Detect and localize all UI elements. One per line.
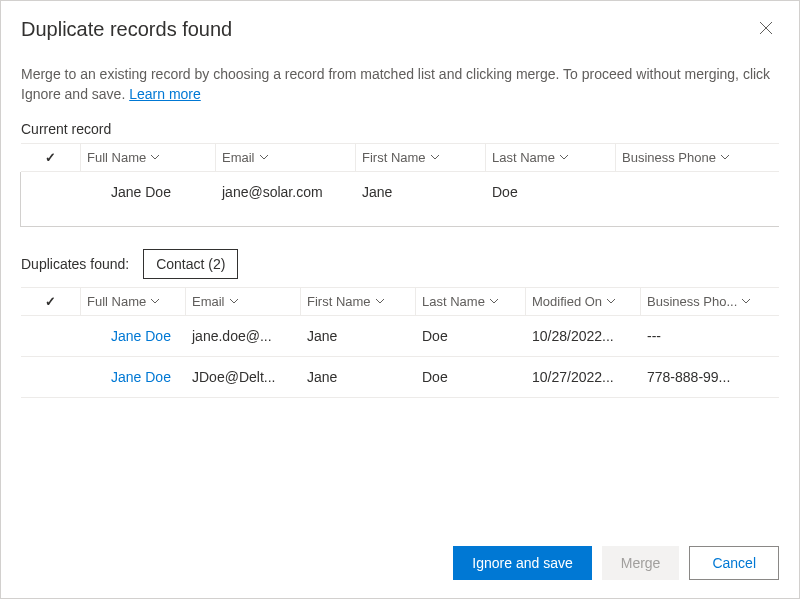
close-icon xyxy=(759,23,773,38)
duplicates-table: ✓ Full Name Email First Name Last Name xyxy=(21,287,779,398)
col-business-phone[interactable]: Business Phone xyxy=(616,144,766,171)
col-first-name-label: First Name xyxy=(362,150,426,165)
dialog-body: Merge to an existing record by choosing … xyxy=(1,50,799,528)
duplicate-row[interactable]: Jane Doe jane.doe@... Jane Doe 10/28/202… xyxy=(21,316,779,357)
dcol-first-name[interactable]: First Name xyxy=(301,288,416,315)
contact-count-chip[interactable]: Contact (2) xyxy=(143,249,238,279)
col-last-name-label: Last Name xyxy=(492,150,555,165)
col-business-phone-label: Business Phone xyxy=(622,150,716,165)
chevron-down-icon xyxy=(430,152,440,162)
chevron-down-icon xyxy=(375,296,385,306)
duplicate-row[interactable]: Jane Doe JDoe@Delt... Jane Doe 10/27/202… xyxy=(21,357,779,398)
current-record-label: Current record xyxy=(21,121,779,137)
current-full-name: Jane Doe xyxy=(81,172,216,212)
close-button[interactable] xyxy=(753,15,779,44)
dup-email: JDoe@Delt... xyxy=(186,357,301,397)
checkmark-icon: ✓ xyxy=(45,294,56,309)
dup-full-name-link[interactable]: Jane Doe xyxy=(81,357,186,397)
current-record-table: ✓ Full Name Email First Name Last Name xyxy=(21,143,779,227)
dcol-business-phone[interactable]: Business Pho... xyxy=(641,288,761,315)
dup-last-name: Doe xyxy=(416,316,526,356)
dup-business-phone: 778-888-99... xyxy=(641,357,761,397)
dcol-last-name-label: Last Name xyxy=(422,294,485,309)
duplicates-found-bar: Duplicates found: Contact (2) xyxy=(21,249,779,279)
dialog-footer: Ignore and save Merge Cancel xyxy=(1,528,799,598)
current-check-header[interactable]: ✓ xyxy=(21,144,81,171)
dup-last-name: Doe xyxy=(416,357,526,397)
chevron-down-icon xyxy=(606,296,616,306)
chevron-down-icon xyxy=(720,152,730,162)
dup-check-header[interactable]: ✓ xyxy=(21,288,81,315)
col-email-label: Email xyxy=(222,150,255,165)
current-record-header-row: ✓ Full Name Email First Name Last Name xyxy=(21,143,779,172)
current-record-row[interactable]: Jane Doe jane@solar.com Jane Doe xyxy=(21,172,779,212)
chevron-down-icon xyxy=(259,152,269,162)
col-full-name-label: Full Name xyxy=(87,150,146,165)
current-check-cell xyxy=(21,172,81,212)
col-full-name[interactable]: Full Name xyxy=(81,144,216,171)
dcol-full-name[interactable]: Full Name xyxy=(81,288,186,315)
duplicate-records-dialog: Duplicate records found Merge to an exis… xyxy=(0,0,800,599)
dup-check-cell xyxy=(21,316,81,356)
dup-modified-on: 10/27/2022... xyxy=(526,357,641,397)
chevron-down-icon xyxy=(741,296,751,306)
dup-check-cell xyxy=(21,357,81,397)
current-record-row-wrap: Jane Doe jane@solar.com Jane Doe xyxy=(20,172,779,227)
chevron-down-icon xyxy=(150,152,160,162)
dialog-title: Duplicate records found xyxy=(21,18,232,41)
dcol-business-phone-label: Business Pho... xyxy=(647,294,737,309)
dcol-email-label: Email xyxy=(192,294,225,309)
ignore-and-save-button[interactable]: Ignore and save xyxy=(453,546,591,580)
dup-business-phone: --- xyxy=(641,316,761,356)
current-email: jane@solar.com xyxy=(216,172,356,212)
dup-modified-on: 10/28/2022... xyxy=(526,316,641,356)
col-first-name[interactable]: First Name xyxy=(356,144,486,171)
dcol-first-name-label: First Name xyxy=(307,294,371,309)
dup-first-name: Jane xyxy=(301,357,416,397)
checkmark-icon: ✓ xyxy=(45,150,56,165)
current-first-name: Jane xyxy=(356,172,486,212)
instructions-text: Merge to an existing record by choosing … xyxy=(21,64,779,105)
chevron-down-icon xyxy=(229,296,239,306)
dup-full-name-link[interactable]: Jane Doe xyxy=(81,316,186,356)
dcol-modified-on-label: Modified On xyxy=(532,294,602,309)
chevron-down-icon xyxy=(150,296,160,306)
dcol-modified-on[interactable]: Modified On xyxy=(526,288,641,315)
cancel-button[interactable]: Cancel xyxy=(689,546,779,580)
dialog-header: Duplicate records found xyxy=(1,1,799,50)
duplicates-found-label: Duplicates found: xyxy=(21,256,129,272)
dcol-full-name-label: Full Name xyxy=(87,294,146,309)
chevron-down-icon xyxy=(489,296,499,306)
chevron-down-icon xyxy=(559,152,569,162)
current-business-phone xyxy=(616,172,766,212)
col-last-name[interactable]: Last Name xyxy=(486,144,616,171)
dup-email: jane.doe@... xyxy=(186,316,301,356)
col-email[interactable]: Email xyxy=(216,144,356,171)
dup-first-name: Jane xyxy=(301,316,416,356)
learn-more-link[interactable]: Learn more xyxy=(129,86,201,102)
duplicates-header-row: ✓ Full Name Email First Name Last Name xyxy=(21,287,779,316)
current-last-name: Doe xyxy=(486,172,616,212)
dcol-email[interactable]: Email xyxy=(186,288,301,315)
dcol-last-name[interactable]: Last Name xyxy=(416,288,526,315)
merge-button[interactable]: Merge xyxy=(602,546,680,580)
